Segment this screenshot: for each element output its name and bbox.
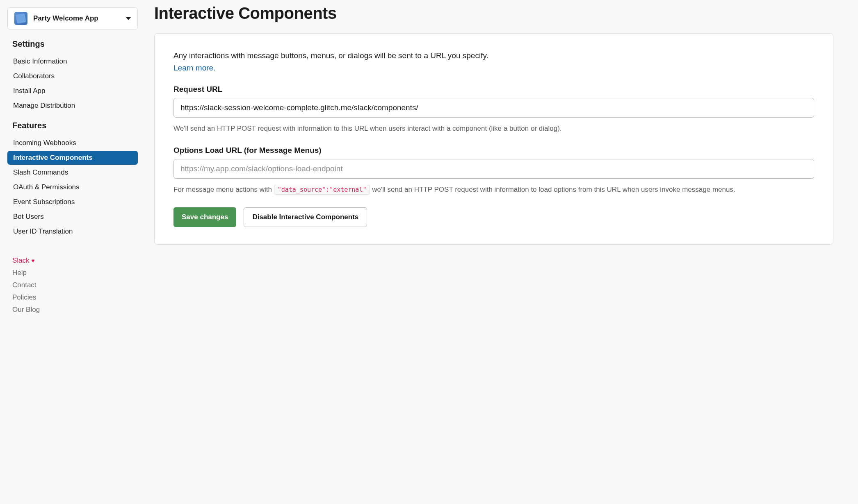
settings-header: Settings: [12, 39, 138, 49]
options-url-field-group: Options Load URL (for Message Menus) For…: [173, 146, 814, 195]
heart-icon: ♥: [31, 257, 34, 264]
app-selector-dropdown[interactable]: Party Welcome App: [7, 7, 138, 30]
options-url-help: For message menu actions with "data_sour…: [173, 184, 814, 195]
request-url-input[interactable]: [173, 98, 814, 118]
sidebar-item-basic-information[interactable]: Basic Information: [7, 54, 138, 68]
request-url-field-group: Request URL We'll send an HTTP POST requ…: [173, 85, 814, 134]
request-url-label: Request URL: [173, 85, 814, 94]
footer-slack-label: Slack: [12, 257, 30, 264]
footer-link-contact[interactable]: Contact: [12, 281, 138, 289]
intro-text: Any interactions with message buttons, m…: [173, 50, 814, 62]
sidebar-item-event-subscriptions[interactable]: Event Subscriptions: [7, 195, 138, 209]
sidebar-item-interactive-components[interactable]: Interactive Components: [7, 151, 138, 165]
options-help-post: we'll send an HTTP POST request with inf…: [372, 186, 735, 193]
options-url-input[interactable]: [173, 159, 814, 179]
footer-link-slack[interactable]: Slack ♥: [12, 257, 138, 265]
app-icon: [14, 12, 27, 25]
sidebar: Party Welcome App Settings Basic Informa…: [0, 0, 145, 504]
learn-more-link[interactable]: Learn more.: [173, 64, 215, 73]
disable-button[interactable]: Disable Interactive Components: [244, 207, 367, 227]
footer-links: Slack ♥ Help Contact Policies Our Blog: [7, 257, 138, 314]
footer-link-blog[interactable]: Our Blog: [12, 306, 138, 314]
button-row: Save changes Disable Interactive Compone…: [173, 207, 814, 227]
sidebar-item-manage-distribution[interactable]: Manage Distribution: [7, 99, 138, 113]
sidebar-item-incoming-webhooks[interactable]: Incoming Webhooks: [7, 136, 138, 150]
sidebar-item-slash-commands[interactable]: Slash Commands: [7, 166, 138, 179]
request-url-help: We'll send an HTTP POST request with inf…: [173, 123, 814, 134]
footer-link-help[interactable]: Help: [12, 269, 138, 277]
sidebar-item-user-id-translation[interactable]: User ID Translation: [7, 225, 138, 238]
settings-panel: Any interactions with message buttons, m…: [154, 33, 833, 245]
footer-link-policies[interactable]: Policies: [12, 293, 138, 302]
page-title: Interactive Components: [154, 4, 833, 23]
options-code-snippet: "data_source":"external": [274, 185, 370, 195]
options-help-pre: For message menu actions with: [173, 186, 274, 193]
sidebar-item-bot-users[interactable]: Bot Users: [7, 210, 138, 224]
main-content: Interactive Components Any interactions …: [145, 0, 858, 504]
features-header: Features: [12, 121, 138, 130]
options-url-label: Options Load URL (for Message Menus): [173, 146, 814, 155]
save-changes-button[interactable]: Save changes: [173, 207, 236, 227]
chevron-down-icon: [126, 17, 131, 20]
sidebar-item-collaborators[interactable]: Collaborators: [7, 69, 138, 83]
sidebar-item-oauth-permissions[interactable]: OAuth & Permissions: [7, 180, 138, 194]
app-name: Party Welcome App: [33, 14, 120, 23]
sidebar-item-install-app[interactable]: Install App: [7, 84, 138, 98]
